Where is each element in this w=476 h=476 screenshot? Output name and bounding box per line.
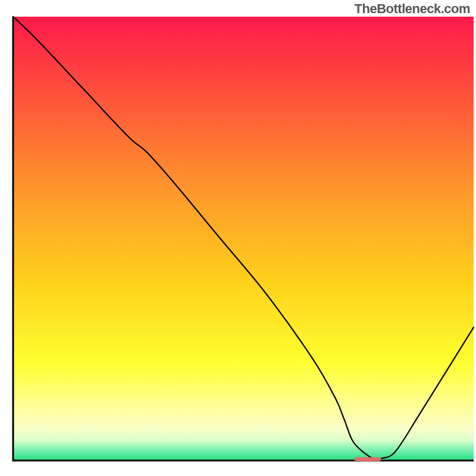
bottleneck-chart [0, 0, 476, 476]
optimal-marker [354, 457, 381, 461]
plot-background [13, 17, 474, 461]
chart-container: TheBottleneck.com [0, 0, 476, 476]
watermark-text: TheBottleneck.com [355, 1, 470, 17]
